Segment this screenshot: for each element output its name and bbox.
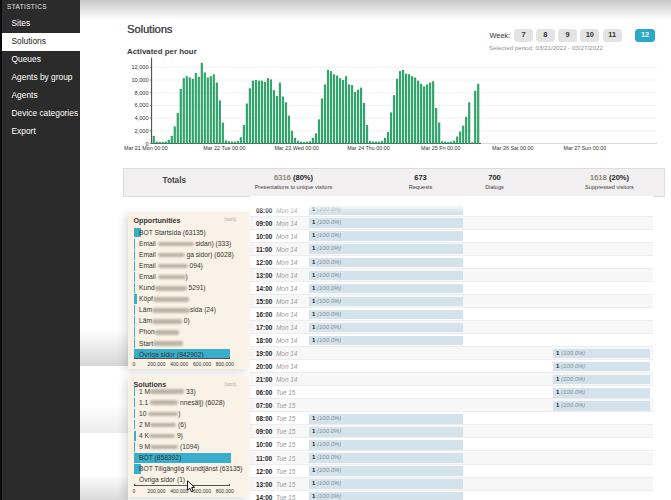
svg-text:Mar 24 Thu 00:00: Mar 24 Thu 00:00 [347, 145, 389, 151]
svg-text:Mar 27 Sun 00:00: Mar 27 Sun 00:00 [563, 145, 606, 151]
svg-text:6,000: 6,000 [135, 102, 149, 108]
svg-text:Mar 21 Mon 00:00: Mar 21 Mon 00:00 [124, 145, 168, 151]
svg-text:Mar 25 Fri 00:00: Mar 25 Fri 00:00 [421, 145, 461, 151]
svg-text:2,000: 2,000 [135, 128, 149, 134]
svg-text:12,000: 12,000 [131, 64, 148, 70]
svg-text:10,000: 10,000 [131, 77, 148, 83]
svg-text:Mar 23 Wed 00:00: Mar 23 Wed 00:00 [274, 145, 318, 151]
svg-text:Mar 22 Tue 00:00: Mar 22 Tue 00:00 [203, 145, 245, 151]
svg-text:4,000: 4,000 [135, 115, 149, 121]
svg-text:Mar 26 Sat 00:00: Mar 26 Sat 00:00 [492, 145, 533, 151]
svg-text:8,000: 8,000 [135, 90, 149, 96]
